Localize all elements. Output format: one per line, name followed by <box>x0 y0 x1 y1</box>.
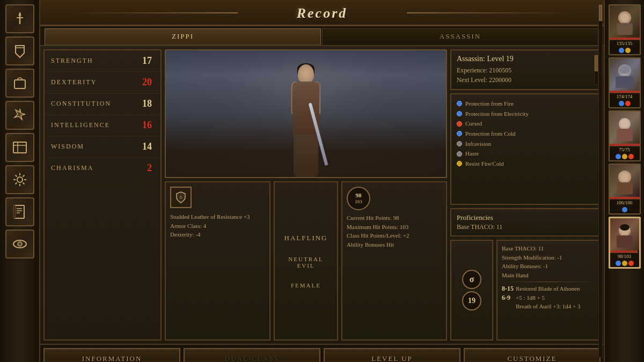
svg-point-21 <box>619 65 630 74</box>
sidebar-btn-rest[interactable] <box>5 230 34 258</box>
svg-rect-19 <box>616 76 634 88</box>
svg-point-24 <box>620 119 629 128</box>
sidebar-btn-map[interactable] <box>5 133 34 162</box>
portrait-img-5 <box>609 218 641 250</box>
portrait-slot-5[interactable]: 98/103 <box>609 217 641 269</box>
portrait-icons-2 <box>610 100 640 107</box>
portrait-hp-text-4: 106/106 <box>610 199 640 206</box>
character-portrait <box>165 49 447 178</box>
portrait-icon-blue5 <box>616 261 621 266</box>
portrait-img-3 <box>609 112 641 144</box>
scroll-thumb-2 <box>599 5 602 21</box>
char-legs <box>294 134 318 177</box>
svg-point-17 <box>620 13 629 22</box>
svg-rect-26 <box>617 182 633 194</box>
main-content: Record Zippi ASSASSIN STRENGTH 17 DEXTER… <box>40 0 604 362</box>
portrait-hp-text-2: 174/174 <box>610 93 640 100</box>
portrait-icon-red2 <box>625 101 631 106</box>
sidebar-btn-journal[interactable] <box>5 197 34 226</box>
portrait-slot-1[interactable]: 135/135 <box>609 4 641 55</box>
sidebar-btn-gear[interactable] <box>5 165 34 194</box>
class-info-box: Assassin: Level 19 Experience: 2100505 N… <box>450 49 601 90</box>
portrait-slot-4[interactable]: 106/106 <box>609 164 641 215</box>
portrait-icon-blue2 <box>619 101 624 106</box>
left-sidebar <box>0 0 40 362</box>
scroll-track-2 <box>598 4 603 358</box>
right-sidebar: 135/135 174/174 <box>604 0 644 362</box>
portrait-img-1 <box>609 5 641 38</box>
class-level: Assassin: Level 19 <box>457 55 594 63</box>
char-head <box>298 64 314 83</box>
portrait-hp-text-1: 135/135 <box>610 40 640 47</box>
portrait-icons-4 <box>610 206 640 213</box>
portrait-icons-3 <box>610 153 640 160</box>
portrait-img-2 <box>609 58 641 91</box>
page-title: Record <box>297 5 348 21</box>
sidebar-btn-spells[interactable] <box>5 101 34 130</box>
title-bar: Record <box>40 0 604 26</box>
svg-rect-29 <box>617 235 633 248</box>
svg-rect-7 <box>14 205 24 218</box>
portrait-icon-red5 <box>628 261 634 266</box>
svg-rect-23 <box>617 129 633 141</box>
sidebar-btn-inventory[interactable] <box>5 69 34 98</box>
svg-rect-4 <box>14 80 25 88</box>
sidebar-btn-sword[interactable] <box>5 4 34 33</box>
portrait-icons-1 <box>610 47 640 54</box>
portrait-icon-blue3 <box>616 154 621 159</box>
svg-marker-2 <box>18 12 21 16</box>
portrait-icon-yellow <box>625 48 631 53</box>
portrait-img-4 <box>609 165 641 197</box>
portrait-icon-yellow3 <box>622 154 627 159</box>
portrait-slot-3[interactable]: 75/75 <box>609 110 641 161</box>
svg-rect-5 <box>13 142 26 153</box>
portrait-slot-2[interactable]: 174/174 <box>609 57 641 108</box>
portrait-icon-yellow5 <box>622 261 627 266</box>
scroll-track-1 <box>594 55 598 85</box>
portrait-icon-blue <box>619 48 624 53</box>
portrait-icon-red3 <box>628 154 634 159</box>
svg-point-6 <box>17 177 23 182</box>
svg-point-31 <box>620 224 630 231</box>
portrait-icons-5 <box>610 260 639 267</box>
next-level: Next Level: 2200000 <box>457 75 594 85</box>
portrait-hp-text-5: 98/103 <box>610 253 639 260</box>
scroll-thumb-1 <box>595 55 598 71</box>
svg-rect-11 <box>13 205 16 218</box>
svg-point-27 <box>620 173 629 181</box>
sidebar-btn-weapons[interactable] <box>5 36 34 65</box>
svg-rect-16 <box>617 23 633 35</box>
experience: Experience: 2100505 <box>457 65 594 75</box>
portrait-hp-text-3: 75/75 <box>610 146 640 153</box>
portrait-icon-blue4 <box>622 207 627 212</box>
svg-point-13 <box>18 242 22 246</box>
character-figure <box>284 59 327 177</box>
